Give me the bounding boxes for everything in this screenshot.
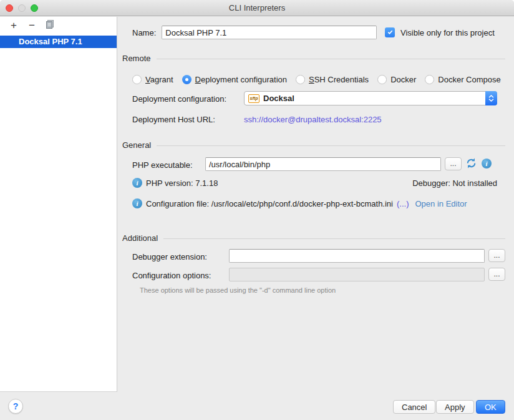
debugger-status-text: Debugger: Not installed <box>412 178 497 188</box>
interpreters-sidebar: + − Docksal PHP 7.1 <box>0 17 117 392</box>
deployment-configuration-value: Docksal <box>263 94 294 103</box>
radio-label: Docker <box>390 75 416 84</box>
separator-line <box>157 145 505 146</box>
configuration-options-label: Configuration options: <box>132 271 211 280</box>
radio-selected-icon <box>182 75 192 84</box>
debugger-extension-browse-button[interactable]: ... <box>488 249 505 262</box>
name-label: Name: <box>132 28 156 37</box>
debugger-extension-input[interactable] <box>229 249 485 263</box>
deployment-host-url-link[interactable]: ssh://docker@drupaltest.docksal:2225 <box>244 115 382 124</box>
radio-icon <box>132 75 142 84</box>
apply-button[interactable]: Apply <box>436 400 474 414</box>
window-title: CLI Interpreters <box>229 3 285 12</box>
add-interpreter-button[interactable]: + <box>9 20 19 31</box>
radio-label: Deployment configuration <box>195 75 287 84</box>
radio-icon <box>296 75 305 84</box>
sidebar-toolbar: + − <box>0 17 117 34</box>
titlebar[interactable]: CLI Interpreters <box>0 0 514 16</box>
radio-vagrant[interactable]: Vagrant <box>132 75 173 84</box>
separator-line <box>163 238 505 239</box>
php-info-icon[interactable]: i <box>482 159 492 168</box>
radio-deployment-configuration[interactable]: Deployment configuration <box>182 75 287 84</box>
configuration-file-ellipsis-link[interactable]: (...) <box>397 199 409 208</box>
radio-label: SSH Credentials <box>309 75 369 84</box>
configuration-file-text: Configuration file: /usr/local/etc/php/c… <box>146 199 393 208</box>
radio-docker-compose[interactable]: Docker Compose <box>425 75 500 84</box>
configuration-options-input <box>229 268 485 281</box>
php-version-text: PHP version: 7.1.18 <box>146 178 218 188</box>
cancel-button[interactable]: Cancel <box>393 400 435 414</box>
radio-label: Vagrant <box>145 75 173 84</box>
deployment-configuration-label: Deployment configuration: <box>132 94 226 104</box>
radio-icon <box>425 75 434 84</box>
deployment-host-url-label: Deployment Host URL: <box>132 115 215 124</box>
visible-only-label: Visible only for this project <box>400 28 495 37</box>
php-executable-browse-button[interactable]: ... <box>445 157 462 170</box>
radio-docker[interactable]: Docker <box>377 75 416 84</box>
info-icon: i <box>132 178 142 188</box>
open-in-editor-link[interactable]: Open in Editor <box>415 199 467 208</box>
sftp-icon: sftp <box>248 94 259 103</box>
dropdown-stepper-icon[interactable] <box>485 91 497 105</box>
remove-interpreter-button[interactable]: − <box>27 20 37 31</box>
configuration-options-browse-button[interactable]: ... <box>488 268 505 281</box>
visible-only-checkbox[interactable] <box>385 27 395 37</box>
separator-line <box>157 59 505 59</box>
section-title-remote: Remote <box>122 54 151 63</box>
php-executable-input[interactable] <box>205 157 441 171</box>
ok-button[interactable]: OK <box>476 400 505 414</box>
name-input[interactable] <box>162 26 377 39</box>
minimize-window-button <box>18 4 26 12</box>
cli-interpreters-dialog: CLI Interpreters + − Docksal PHP 7.1 Nam… <box>0 0 514 420</box>
help-button[interactable]: ? <box>8 399 23 414</box>
section-title-general: General <box>122 140 151 150</box>
deployment-configuration-select[interactable]: sftp Docksal <box>244 91 497 105</box>
copy-icon <box>45 20 55 32</box>
list-item-interpreter[interactable]: Docksal PHP 7.1 <box>0 36 117 48</box>
info-icon: i <box>132 198 142 208</box>
radio-label: Docker Compose <box>438 75 500 84</box>
php-executable-label: PHP executable: <box>132 160 193 170</box>
options-hint-text: These options will be passed using the "… <box>140 286 336 294</box>
copy-interpreter-button[interactable] <box>45 19 55 31</box>
radio-ssh-credentials[interactable]: SSH Credentials <box>296 75 369 84</box>
section-title-additional: Additional <box>122 233 158 243</box>
radio-icon <box>377 75 387 84</box>
zoom-window-button[interactable] <box>31 4 38 12</box>
reload-php-info-icon[interactable] <box>465 157 477 171</box>
debugger-extension-label: Debugger extension: <box>132 252 207 261</box>
close-window-button[interactable] <box>6 4 13 12</box>
check-icon <box>387 28 394 37</box>
